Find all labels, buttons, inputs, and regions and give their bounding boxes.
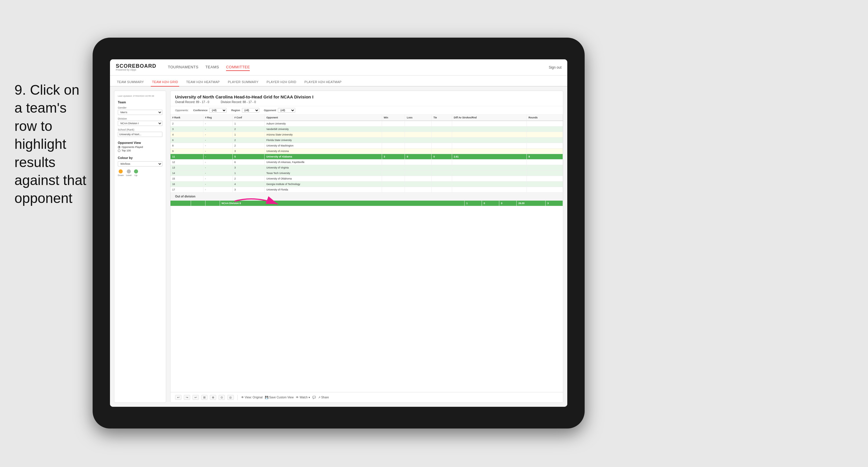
sub-navigation: TEAM SUMMARY TEAM H2H GRID TEAM H2H HEAT… [110, 76, 567, 87]
overall-record: Overall Record: 89 - 17 - 0 [175, 100, 209, 104]
share-button[interactable]: ↗ Share [318, 396, 329, 399]
filter-region: Region (All) [231, 108, 259, 113]
table-row[interactable]: 2-1 Auburn University [170, 121, 563, 126]
col-opponent: Opponent [265, 115, 382, 121]
table-row[interactable]: 8-2 University of Washington [170, 143, 563, 148]
table-header-row: # Rank # Reg # Conf Opponent Win Loss Ti… [170, 115, 563, 121]
school-value[interactable]: University of Nort... [118, 132, 162, 137]
region-filter-select[interactable]: (All) [242, 108, 259, 113]
out-division-table: NCAA Division II 1 0 0 26.00 3 [170, 201, 563, 206]
data-table: # Rank # Reg # Conf Opponent Win Loss Ti… [170, 115, 563, 392]
logo-sub-text: Powered by clippi [116, 68, 156, 71]
division-select[interactable]: NCAA Division I [118, 121, 162, 126]
bottom-toolbar: ↩ ↪ ↩ ⊞ ⊕ ⊙ ◎ 👁 View: Original 💾 Save Cu… [170, 392, 563, 403]
radio-dot-top100 [118, 149, 120, 152]
table-row[interactable]: 17-3 University of Florida [170, 187, 563, 193]
nav-teams[interactable]: TEAMS [206, 64, 219, 71]
main-nav: TOURNAMENTS TEAMS COMMITTEE [168, 64, 540, 71]
subnav-player-h2h-heatmap[interactable]: PLAYER H2H HEATMAP [303, 78, 343, 87]
scoreboard-logo: SCOREBOARD Powered by clippi [116, 63, 156, 71]
subnav-player-summary[interactable]: PLAYER SUMMARY [227, 78, 259, 87]
table-row-highlighted[interactable]: 11-5 University of Alabama 3002.618 [170, 154, 563, 159]
col-reg: # Reg [203, 115, 232, 121]
grid-header: University of North Carolina Head-to-Hea… [170, 91, 563, 106]
legend-down: Down [118, 169, 124, 177]
grid-button[interactable]: ⊞ [201, 395, 208, 400]
add-button[interactable]: ⊕ [210, 395, 216, 400]
col-conf: # Conf [232, 115, 264, 121]
conference-filter-select[interactable]: (All) [209, 108, 227, 113]
tablet-device: SCOREBOARD Powered by clippi TOURNAMENTS… [93, 38, 585, 429]
table-row[interactable]: 14-1 Texas Tech University [170, 171, 563, 176]
col-loss: Loss [405, 115, 432, 121]
col-tie: Tie [432, 115, 452, 121]
opponent-view-label: Opponent View [118, 141, 162, 144]
gender-select[interactable]: Men's [118, 110, 162, 115]
legend: Down Level Up [118, 169, 162, 177]
team-label: Team [118, 100, 162, 104]
instruction-text: 9. Click on a team's row to highlight re… [14, 81, 90, 208]
subnav-team-h2h-grid[interactable]: TEAM H2H GRID [151, 78, 179, 87]
sidebar-timestamp: Last Updated: 27/03/2024 16:55:38 [118, 94, 162, 97]
table-row[interactable]: 13-3 University of Virginia [170, 165, 563, 171]
gender-label: Gender [118, 106, 162, 109]
instruction-body: Click on a team's row to highlight resul… [14, 82, 86, 206]
col-rank: # Rank [170, 115, 203, 121]
table-row[interactable]: 16-4 Georgia Institute of Technology [170, 181, 563, 187]
legend-up-circle [134, 169, 138, 173]
nav-committee[interactable]: COMMITTEE [226, 64, 250, 71]
logo-main-text: SCOREBOARD [116, 63, 156, 68]
subnav-player-h2h-grid[interactable]: PLAYER H2H GRID [266, 78, 298, 87]
view-original[interactable]: 👁 View: Original [241, 396, 262, 399]
legend-up: Up [134, 169, 138, 177]
col-rounds: Rounds [526, 115, 563, 121]
colour-by-select[interactable]: Win/loss [118, 161, 162, 167]
out-division-row[interactable]: NCAA Division II 1 0 0 26.00 3 [170, 201, 563, 206]
redo-button[interactable]: ↪ [184, 395, 190, 400]
table-row[interactable]: 6-2 Florida State University [170, 138, 563, 143]
grid-records: Overall Record: 89 - 17 - 0 Division Rec… [175, 100, 558, 104]
table-row[interactable]: 12-6 University of Arkansas, Fayettevill… [170, 159, 563, 165]
toolbar-separator [237, 395, 238, 400]
filter-opponent: Opponent (All) [264, 108, 296, 113]
save-custom-view[interactable]: 💾 Save Custom View [265, 396, 293, 399]
grid-filters: Opponents: Conference (All) Region (All) [170, 106, 563, 115]
step-number: 9. [14, 82, 26, 97]
tablet-screen: SCOREBOARD Powered by clippi TOURNAMENTS… [110, 59, 567, 407]
h2h-table: # Rank # Reg # Conf Opponent Win Loss Ti… [170, 115, 563, 193]
col-win: Win [382, 115, 405, 121]
legend-level-circle [127, 169, 131, 173]
col-diff: Diff Av Strokes/Rnd [452, 115, 526, 121]
grid-title: University of North Carolina Head-to-Hea… [175, 94, 558, 99]
opponent-filter-select[interactable]: (All) [278, 108, 295, 113]
target-button[interactable]: ◎ [227, 395, 234, 400]
division-label: Division [118, 117, 162, 120]
main-content: Last Updated: 27/03/2024 16:55:38 Team G… [110, 87, 567, 407]
filter-conference: Conference (All) [193, 108, 227, 113]
table-row[interactable]: 4-1 Arizona State University [170, 132, 563, 138]
circle-button[interactable]: ⊙ [219, 395, 225, 400]
back-button[interactable]: ↩ [192, 395, 199, 400]
undo-button[interactable]: ↩ [175, 395, 182, 400]
app-header: SCOREBOARD Powered by clippi TOURNAMENTS… [110, 59, 567, 76]
school-label: School (Rank) [118, 128, 162, 131]
watch-button[interactable]: 👁 Watch ▾ [296, 396, 310, 399]
legend-level: Level [126, 169, 131, 177]
sidebar-panel: Last Updated: 27/03/2024 16:55:38 Team G… [114, 91, 166, 403]
subnav-team-h2h-heatmap[interactable]: TEAM H2H HEATMAP [185, 78, 221, 87]
out-of-division-header: Out of division [170, 193, 563, 201]
division-record: Division Record: 88 - 17 - 0 [221, 100, 256, 104]
legend-down-circle [119, 169, 123, 173]
comment-button[interactable]: 💬 [312, 396, 316, 399]
radio-dot-opponents [118, 146, 120, 148]
subnav-team-summary[interactable]: TEAM SUMMARY [116, 78, 145, 87]
radio-top100[interactable]: Top 100 [118, 149, 162, 152]
sign-out-link[interactable]: Sign out [549, 65, 561, 69]
radio-opponents-played[interactable]: Opponents Played [118, 146, 162, 148]
table-row[interactable]: 9-3 University of Arizona [170, 148, 563, 154]
table-row[interactable]: 15-2 University of Oklahoma [170, 176, 563, 181]
opponents-label: Opponents: [175, 109, 189, 112]
nav-tournaments[interactable]: TOURNAMENTS [168, 64, 198, 71]
colour-by-label: Colour by [118, 156, 162, 159]
table-row[interactable]: 3-2 Vanderbilt University [170, 126, 563, 132]
